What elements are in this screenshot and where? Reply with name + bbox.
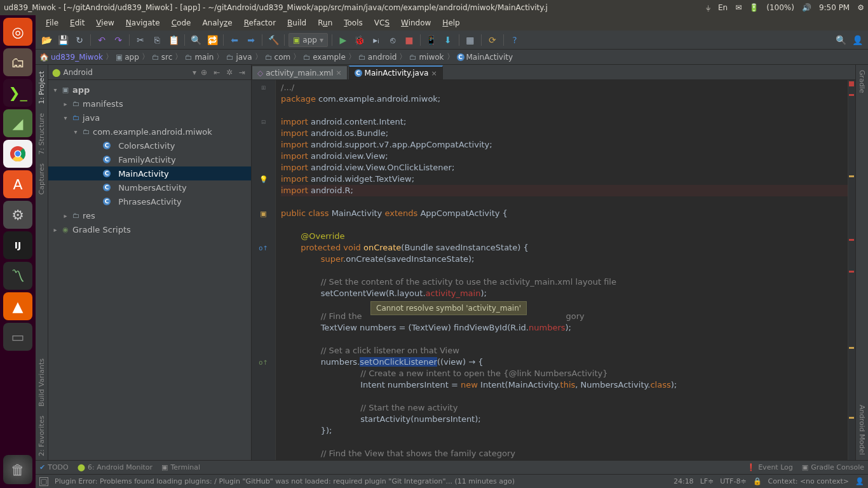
warning-marker[interactable] bbox=[849, 417, 854, 419]
files-icon[interactable]: 🗂 bbox=[3, 48, 32, 76]
menu-refactor[interactable]: Refactor bbox=[239, 17, 281, 29]
collapse-all-icon[interactable]: ⇤ bbox=[212, 67, 222, 78]
close-tab-icon[interactable]: × bbox=[336, 69, 341, 77]
menu-vcs[interactable]: VCS bbox=[369, 17, 395, 29]
tool-structure[interactable]: 7: Structure bbox=[37, 109, 46, 158]
cut-icon[interactable]: ✂ bbox=[133, 33, 147, 47]
tool-gradle-console[interactable]: ▣Gradle Console bbox=[802, 463, 864, 471]
user-icon[interactable]: 👤 bbox=[850, 33, 864, 47]
tool-build-variants[interactable]: Build Variants bbox=[37, 355, 46, 410]
copy-icon[interactable]: ⎘ bbox=[150, 33, 164, 47]
tool-android-monitor[interactable]: ⬤6: Android Monitor bbox=[78, 463, 153, 471]
crumb-example[interactable]: 🗀example bbox=[303, 53, 346, 62]
minimized-window-icon[interactable]: ▭ bbox=[3, 323, 32, 351]
run-icon[interactable]: ▶ bbox=[336, 33, 350, 47]
attach-icon[interactable]: ⎋ bbox=[386, 33, 400, 47]
settings-launcher-icon[interactable]: ⚙ bbox=[3, 201, 32, 229]
crumb-src[interactable]: 🗀src bbox=[152, 53, 173, 62]
tree-java[interactable]: ▾🗀java bbox=[48, 111, 251, 125]
crumb-android[interactable]: 🗀android bbox=[358, 53, 397, 62]
readonly-toggle-icon[interactable]: 🔒 bbox=[753, 477, 762, 485]
tree-familyactivity[interactable]: C FamilyActivity bbox=[48, 152, 251, 166]
debug-icon[interactable]: 🐞 bbox=[353, 33, 367, 47]
forward-icon[interactable]: ➡ bbox=[244, 33, 258, 47]
vlc-icon[interactable]: ▲ bbox=[3, 292, 32, 320]
sync-gradle-icon[interactable]: ⟳ bbox=[485, 33, 499, 47]
tool-terminal[interactable]: ▣Terminal bbox=[161, 463, 200, 471]
keyboard-lang[interactable]: En bbox=[718, 3, 728, 12]
replace-icon[interactable]: 🔁 bbox=[205, 33, 219, 47]
open-icon[interactable]: 📂 bbox=[39, 33, 53, 47]
sysmon-icon[interactable]: 〽 bbox=[3, 262, 32, 290]
search-everywhere-icon[interactable]: 🔍 bbox=[834, 33, 848, 47]
menu-code[interactable]: Code bbox=[166, 17, 196, 29]
volume-icon[interactable]: 🔊 bbox=[802, 3, 811, 12]
tool-favorites[interactable]: 2: Favorites bbox=[37, 412, 46, 460]
tree-res[interactable]: ▸🗀res bbox=[48, 208, 251, 222]
crumb-java[interactable]: 🗀java bbox=[226, 53, 252, 62]
find-icon[interactable]: 🔍 bbox=[189, 33, 203, 47]
scroll-from-source-icon[interactable]: ⊕ bbox=[199, 67, 209, 78]
clock[interactable]: 9:50 PM bbox=[819, 3, 850, 12]
dash-icon[interactable]: ◎ bbox=[3, 18, 32, 46]
bulb-icon[interactable]: 💡 bbox=[259, 175, 268, 184]
line-separator[interactable]: LF≑ bbox=[700, 477, 714, 485]
crumb-app[interactable]: ▣app bbox=[116, 53, 139, 62]
crumb-project[interactable]: 🏠ud839_Miwok bbox=[39, 53, 103, 62]
tool-windows-toggle-icon[interactable]: ▢ bbox=[39, 477, 48, 486]
wifi-icon[interactable]: ⏚ bbox=[706, 3, 710, 12]
error-marker[interactable] bbox=[849, 94, 854, 96]
sync-icon[interactable]: ↻ bbox=[72, 33, 86, 47]
trash-icon[interactable]: 🗑 bbox=[3, 455, 32, 484]
warning-marker[interactable] bbox=[849, 347, 854, 349]
code-content[interactable]: /.../ package com.example.android.miwok;… bbox=[276, 80, 848, 460]
tool-captures[interactable]: Captures bbox=[37, 159, 46, 198]
context-indicator[interactable]: Context: <no context> bbox=[768, 477, 849, 485]
tree-package[interactable]: ▾🗀com.example.android.miwok bbox=[48, 125, 251, 139]
crumb-main[interactable]: 🗀main bbox=[185, 53, 214, 62]
crumb-miwok[interactable]: 🗀miwok bbox=[409, 53, 444, 62]
error-marker[interactable] bbox=[849, 239, 854, 241]
menu-navigate[interactable]: Navigate bbox=[121, 17, 165, 29]
tab-mainactivity-java[interactable]: CMainActivity.java× bbox=[349, 65, 443, 79]
tool-android-model[interactable]: Android Model bbox=[857, 400, 867, 460]
warning-marker[interactable] bbox=[849, 175, 854, 177]
menu-tools[interactable]: Tools bbox=[339, 17, 368, 29]
analysis-status-icon[interactable] bbox=[849, 81, 854, 86]
tool-gradle[interactable]: Gradle bbox=[857, 65, 867, 98]
tab-activity-main-xml[interactable]: ◇activity_main.xml× bbox=[252, 65, 348, 79]
avd-icon[interactable]: 📱 bbox=[424, 33, 438, 47]
tree-gradle[interactable]: ▸◉Gradle Scripts bbox=[48, 222, 251, 236]
menu-help[interactable]: Help bbox=[437, 17, 465, 29]
menu-run[interactable]: Run bbox=[313, 17, 337, 29]
tree-phrasesactivity[interactable]: C PhrasesActivity bbox=[48, 194, 251, 208]
tree-colorsactivity[interactable]: C ColorsActivity bbox=[48, 139, 251, 152]
tool-event-log[interactable]: ❗Event Log bbox=[747, 463, 793, 471]
menu-view[interactable]: View bbox=[91, 17, 119, 29]
menu-analyze[interactable]: Analyze bbox=[197, 17, 237, 29]
close-tab-icon[interactable]: × bbox=[431, 69, 437, 78]
hide-icon[interactable]: ⇥ bbox=[237, 67, 247, 78]
error-stripe[interactable] bbox=[848, 80, 855, 460]
project-structure-icon[interactable]: ▦ bbox=[463, 33, 477, 47]
undo-icon[interactable]: ↶ bbox=[95, 33, 109, 47]
tree-app[interactable]: ▾▣app bbox=[48, 83, 251, 97]
tree-mainactivity[interactable]: C MainActivity bbox=[48, 166, 251, 180]
back-icon[interactable]: ⬅ bbox=[227, 33, 241, 47]
mail-icon[interactable]: ✉ bbox=[735, 3, 742, 12]
make-icon[interactable]: 🔨 bbox=[266, 33, 280, 47]
tool-todo[interactable]: ✔TODO bbox=[39, 463, 69, 471]
project-tree[interactable]: ▾▣app ▸🗀manifests ▾🗀java ▾🗀com.example.a… bbox=[48, 80, 251, 460]
lambda-icon[interactable]: o↑ bbox=[259, 359, 268, 366]
caret-position[interactable]: 24:18 bbox=[674, 477, 694, 485]
crumb-mainactivity[interactable]: CMainActivity bbox=[457, 53, 513, 62]
stop-icon[interactable]: ■ bbox=[402, 33, 416, 47]
android-studio-icon[interactable]: ◢ bbox=[3, 109, 32, 137]
class-gutter-icon[interactable]: ▣ bbox=[260, 210, 266, 218]
profile-icon[interactable]: ▸ᵢ bbox=[369, 33, 383, 47]
session-icon[interactable]: ⚙ bbox=[857, 3, 864, 12]
error-marker[interactable] bbox=[849, 271, 854, 273]
menu-file[interactable]: File bbox=[41, 17, 64, 29]
menu-edit[interactable]: Edit bbox=[65, 17, 90, 29]
status-message[interactable]: Plugin Error: Problems found loading plu… bbox=[55, 477, 667, 485]
